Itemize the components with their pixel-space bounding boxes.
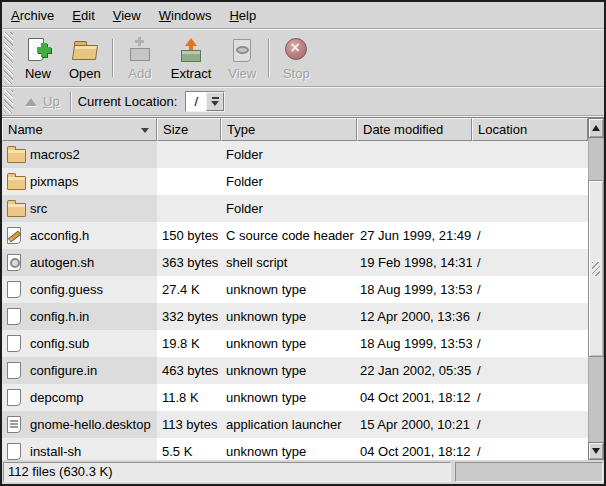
column-headers: Name Size Type Date modified Location [2,118,588,141]
file-date-modified: 04 Oct 2001, 18:12 [357,384,472,411]
status-bar: 112 files (630.3 K) [2,460,604,484]
file-type: unknown type [221,276,357,303]
location-input[interactable]: / [186,92,206,111]
file-size: 332 bytes [157,303,221,330]
extract-button[interactable]: Extract [163,34,219,83]
toolbar-separator [268,39,270,77]
file-location: / [472,249,588,276]
archive-manager-window: Archive Edit View Windows Help New Open … [0,0,606,486]
file-location: / [472,222,588,249]
location-dropdown-button[interactable] [206,92,224,111]
file-location [472,195,588,222]
table-row[interactable]: autogen.sh363 bytesshell script19 Feb 19… [2,249,588,276]
view-button[interactable]: View [219,34,265,83]
file-name: install-sh [30,444,81,459]
column-header-type[interactable]: Type [221,118,357,141]
folder-icon [7,203,26,217]
new-button[interactable]: New [15,34,61,83]
file-type: Folder [221,141,357,168]
menu-bar: Archive Edit View Windows Help [2,2,604,28]
arrow-up-icon [592,125,600,131]
file-size: 150 bytes [157,222,221,249]
table-row[interactable]: config.sub19.8 Kunknown type18 Aug 1999,… [2,330,588,357]
file-date-modified: 27 Jun 1999, 21:49 [357,222,472,249]
file-date-modified: 12 Apr 2000, 13:36 [357,303,472,330]
plain-file-icon [7,362,21,379]
menu-windows[interactable]: Windows [150,3,221,28]
table-row[interactable]: srcFolder [2,195,588,222]
vertical-scrollbar [588,118,604,460]
file-type: Folder [221,168,357,195]
column-header-location[interactable]: Location [472,118,588,141]
menu-help[interactable]: Help [220,3,265,28]
plain-file-icon [7,443,21,460]
table-row[interactable]: depcomp11.8 Kunknown type04 Oct 2001, 18… [2,384,588,411]
file-type: unknown type [221,357,357,384]
chevron-down-icon [211,101,219,106]
add-button[interactable]: Add [117,34,163,83]
table-row[interactable]: config.guess27.4 Kunknown type18 Aug 199… [2,276,588,303]
current-location-label: Current Location: [78,94,178,109]
table-row[interactable]: acconfig.h150 bytesC source code header2… [2,222,588,249]
menu-view[interactable]: View [104,3,150,28]
table-row[interactable]: configure.in463 bytesunknown type22 Jan … [2,357,588,384]
toolbar-separator [112,39,114,77]
file-type: unknown type [221,303,357,330]
column-header-size[interactable]: Size [157,118,221,141]
scrollbar-grip [592,262,600,276]
file-name: configure.in [30,363,97,378]
file-location [472,168,588,195]
scroll-up-button[interactable] [588,118,604,138]
table-row[interactable]: config.h.in332 bytesunknown type12 Apr 2… [2,303,588,330]
script-file-icon [7,254,21,271]
new-archive-icon [25,37,51,63]
scrollbar-thumb[interactable] [588,180,604,357]
file-type: Folder [221,195,357,222]
folder-icon [7,176,26,190]
open-archive-icon [72,37,98,63]
scroll-down-button[interactable] [588,442,604,460]
location-bar-handle[interactable] [4,90,13,113]
table-row[interactable]: install-sh5.5 Kunknown type04 Oct 2001, … [2,438,588,460]
stop-button[interactable]: Stop [273,34,319,83]
status-message: 112 files (630.3 K) [3,462,451,482]
file-name: acconfig.h [30,228,89,243]
file-size: 19.8 K [157,330,221,357]
file-name: config.guess [30,282,103,297]
file-date-modified: 15 Apr 2000, 10:21 [357,411,472,438]
table-row[interactable]: macros2Folder [2,141,588,168]
column-header-name[interactable]: Name [2,118,157,141]
file-type: application launcher [221,411,357,438]
file-name: depcomp [30,390,83,405]
up-button[interactable]: Up [15,92,68,111]
file-type: unknown type [221,384,357,411]
table-row[interactable]: gnome-hello.desktop113 bytesapplication … [2,411,588,438]
column-header-date-modified[interactable]: Date modified [357,118,472,141]
file-type: C source code header [221,222,357,249]
file-list-area: Name Size Type Date modified Location ma… [2,117,604,460]
c-header-file-icon [7,227,21,244]
file-location: / [472,357,588,384]
arrow-down-icon [592,448,600,454]
stop-icon [283,37,309,63]
up-arrow-icon [25,98,37,106]
file-name: config.sub [30,336,89,351]
file-location: / [472,438,588,460]
file-type: unknown type [221,438,357,460]
plain-file-icon [7,335,21,352]
menu-archive[interactable]: Archive [2,3,63,28]
toolbar-handle[interactable] [4,32,13,84]
file-size: 11.8 K [157,384,221,411]
menu-edit[interactable]: Edit [63,3,103,28]
open-button[interactable]: Open [61,34,109,83]
file-size: 113 bytes [157,411,221,438]
table-row[interactable]: pixmapsFolder [2,168,588,195]
file-name: pixmaps [30,174,78,189]
scrollbar-trough[interactable] [588,138,604,442]
file-name: src [30,201,47,216]
file-name: autogen.sh [30,255,94,270]
file-name: gnome-hello.desktop [30,417,151,432]
file-location [472,141,588,168]
file-date-modified [357,195,472,222]
view-file-icon [229,37,255,63]
